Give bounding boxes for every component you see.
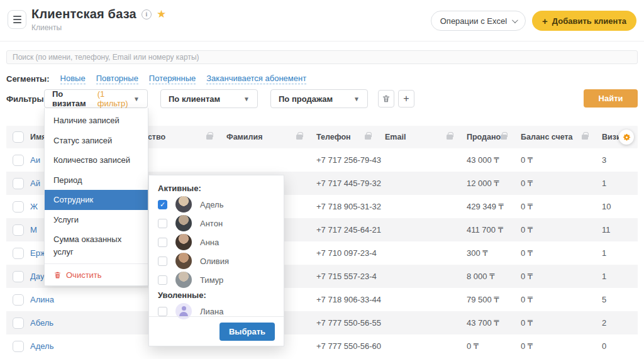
menu-item-record-count[interactable]: Количество записей <box>45 150 148 170</box>
employee-checkbox-checked[interactable]: ✓ <box>158 200 167 209</box>
clear-filter-button[interactable]: Очистить <box>45 266 148 285</box>
client-visits: 3 <box>602 155 638 165</box>
client-visits: 1 <box>602 248 638 258</box>
employee-checkbox[interactable] <box>158 307 167 316</box>
employee-row[interactable]: Антон <box>158 214 275 233</box>
employee-avatar <box>175 234 192 250</box>
client-balance: 0 ₸ <box>521 248 602 258</box>
client-visits: 0 <box>602 341 638 351</box>
select-all-checkbox[interactable] <box>13 131 24 143</box>
client-visits: 11 <box>602 225 638 235</box>
client-name-link[interactable]: Алина <box>30 295 54 304</box>
table-row: Адель +7 777 550-56-60 0 ₸ 0 ₸ 0 <box>6 334 638 358</box>
row-checkbox[interactable] <box>13 294 24 306</box>
sales-filter-select[interactable]: По продажам ▼ <box>270 89 368 108</box>
row-checkbox[interactable] <box>13 318 24 329</box>
employee-row[interactable]: Тимур <box>158 270 275 289</box>
popup-footer: Выбрать <box>149 316 284 346</box>
gear-icon <box>622 133 631 142</box>
chevron-down-icon: ▼ <box>243 96 250 102</box>
chevron-down-icon: ▼ <box>133 96 140 102</box>
client-visits: 1 <box>602 179 638 188</box>
lock-icon <box>296 135 303 140</box>
client-sold: 0 ₸ <box>467 341 521 351</box>
lock-icon <box>582 135 588 140</box>
search-input[interactable] <box>6 50 638 64</box>
employee-row[interactable]: Анна <box>158 233 275 251</box>
find-button[interactable]: Найти <box>584 89 638 108</box>
segment-lost[interactable]: Потерянные <box>149 74 196 84</box>
segment-repeat[interactable]: Повторные <box>96 74 138 84</box>
employee-avatar <box>175 253 192 269</box>
client-name-link[interactable]: М <box>30 225 37 235</box>
employee-checkbox[interactable] <box>158 275 167 285</box>
breadcrumb: Клиенты <box>31 23 62 32</box>
employee-avatar <box>175 196 192 213</box>
add-filter-button[interactable]: + <box>398 90 414 108</box>
client-phone: +7 715 557-23-4 <box>316 272 385 281</box>
employee-checkbox[interactable] <box>158 219 167 228</box>
column-header-sold: Продано <box>467 133 521 141</box>
client-sold: 8 000 ₸ <box>467 272 521 281</box>
chevron-down-icon <box>512 17 518 23</box>
employee-row[interactable]: ✓ Адель <box>158 195 275 214</box>
client-name-link[interactable]: Ж <box>30 202 38 211</box>
client-name-link[interactable]: Адель <box>30 341 53 351</box>
add-client-button[interactable]: + Добавить клиента <box>532 11 636 31</box>
segment-membership-ending[interactable]: Заканчивается абонемент <box>206 74 306 84</box>
client-name-link[interactable]: Абель <box>30 318 53 328</box>
table-settings-button[interactable] <box>619 130 634 145</box>
employee-checkbox[interactable] <box>158 257 167 266</box>
client-name-link[interactable]: Ай <box>30 179 40 188</box>
lock-icon <box>365 135 371 140</box>
select-button[interactable]: Выбрать <box>219 323 275 341</box>
client-visits: 2 <box>602 318 638 328</box>
row-checkbox[interactable] <box>13 201 24 213</box>
favorite-star-icon[interactable]: ★ <box>157 9 166 19</box>
client-sold: 12 000 ₸ <box>467 179 521 188</box>
hamburger-menu-button[interactable] <box>8 10 26 29</box>
employee-checkbox[interactable] <box>158 238 167 247</box>
top-bar: Клиентская база i ★ Клиенты Операции с E… <box>0 0 644 41</box>
client-database-page: Клиентская база i ★ Клиенты Операции с E… <box>0 0 644 359</box>
client-phone: +7 718 906-33-44 <box>316 295 385 304</box>
menu-item-record-presence[interactable]: Наличие записей <box>45 111 148 131</box>
row-checkbox[interactable] <box>13 341 24 352</box>
menu-separator <box>45 263 148 264</box>
segment-new[interactable]: Новые <box>60 74 86 84</box>
menu-item-employee[interactable]: Сотрудник <box>45 190 148 210</box>
row-checkbox[interactable] <box>13 224 24 236</box>
menu-item-services-amount[interactable]: Сумма оказанных услуг <box>45 229 148 262</box>
client-visits: 10 <box>602 202 638 211</box>
column-header-balance: Баланс счета <box>521 133 602 141</box>
trash-icon <box>382 94 391 103</box>
client-sold: 79 500 ₸ <box>467 295 521 304</box>
column-header-phone: Телефон <box>316 133 385 141</box>
row-checkbox[interactable] <box>13 155 24 166</box>
menu-item-record-status[interactable]: Статус записей <box>45 131 148 151</box>
excel-operations-button[interactable]: Операции с Excel <box>431 11 526 31</box>
client-balance: 0 ₸ <box>521 318 602 328</box>
menu-item-period[interactable]: Период <box>45 170 148 191</box>
visits-filter-dropdown-menu: Наличие записей Статус записей Количеств… <box>44 108 148 286</box>
client-phone: +7 710 097-23-4 <box>316 248 385 258</box>
filter-count-badge: (1 фильтр) <box>97 89 133 108</box>
delete-filter-button[interactable] <box>378 90 394 108</box>
row-checkbox[interactable] <box>13 271 24 282</box>
employee-row[interactable]: Оливия <box>158 251 275 270</box>
row-checkbox[interactable] <box>13 178 24 189</box>
client-name-link[interactable]: Аи <box>30 155 40 165</box>
visits-filter-select[interactable]: По визитам (1 фильтр) ▼ <box>44 89 148 108</box>
info-icon[interactable]: i <box>142 9 152 19</box>
segments-label: Сегменты: <box>6 74 50 84</box>
row-checkbox[interactable] <box>13 248 24 259</box>
lock-icon <box>206 135 213 140</box>
clients-filter-select[interactable]: По клиентам ▼ <box>160 89 258 108</box>
plus-icon: + <box>542 16 548 26</box>
menu-item-services[interactable]: Услуги <box>45 210 148 230</box>
active-group-label: Активные: <box>158 184 275 193</box>
client-phone: +7 717 245-64-21 <box>316 225 385 235</box>
client-phone: +7 717 445-79-32 <box>316 179 385 188</box>
filters-label: Фильтры: <box>6 94 47 104</box>
lock-icon <box>447 135 453 140</box>
